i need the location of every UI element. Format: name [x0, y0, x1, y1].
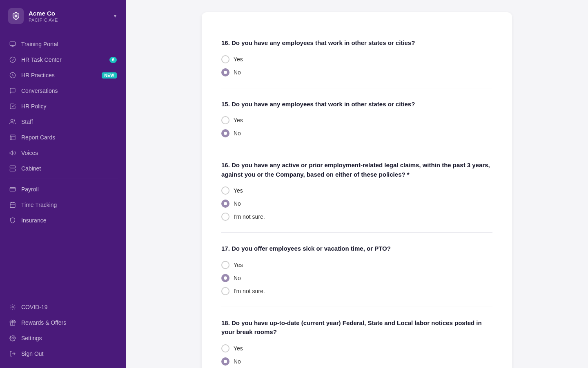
radio-15-no: [221, 129, 229, 137]
svg-point-3: [11, 119, 13, 121]
sidebar-header[interactable]: Acme Co PACIFIC AVE ▼: [0, 0, 126, 32]
question-16a-option-yes[interactable]: Yes: [221, 55, 492, 63]
main-content: 16. Do you have any employees that work …: [126, 0, 588, 368]
question-15-option-no[interactable]: No: [221, 129, 492, 137]
nav-label-hr-practices: HR Practices: [21, 72, 55, 79]
svg-rect-4: [10, 135, 15, 140]
settings-icon: [9, 334, 16, 342]
question-17-option-yes[interactable]: Yes: [221, 261, 492, 269]
question-16a-body: Do you have any employees that work in o…: [230, 39, 415, 46]
radio-15-label-no: No: [234, 130, 241, 137]
sidebar-item-staff[interactable]: Staff: [0, 114, 126, 130]
question-16b-body: Do you have any active or prior employme…: [221, 162, 490, 178]
question-15-options: Yes No: [221, 116, 492, 137]
sidebar-item-rewards-offers[interactable]: Rewards & Offers: [0, 315, 126, 330]
company-logo: [8, 8, 24, 24]
nav-label-payroll: Payroll: [21, 186, 39, 193]
radio-label-yes: Yes: [234, 56, 243, 63]
sidebar-item-cabinet[interactable]: Cabinet: [0, 161, 126, 176]
nav-label-hr-task-center: HR Task Center: [21, 56, 62, 63]
question-16a: 16. Do you have any employees that work …: [221, 27, 492, 88]
svg-point-0: [15, 15, 17, 17]
time-icon: [9, 201, 16, 209]
sidebar-item-training-portal[interactable]: Training Portal: [0, 36, 126, 52]
company-subtitle: PACIFIC AVE: [29, 18, 108, 22]
radio-16b-label-unsure: I'm not sure.: [234, 213, 265, 220]
sidebar-item-hr-practices[interactable]: HR Practices NEW: [0, 67, 126, 83]
nav-label-time-tracking: Time Tracking: [21, 202, 57, 208]
question-18-body: Do you have up-to-date (current year) Fe…: [221, 319, 482, 336]
dropdown-icon[interactable]: ▼: [113, 13, 118, 19]
nav-label-report-cards: Report Cards: [21, 134, 55, 141]
sidebar-item-insurance[interactable]: Insurance: [0, 213, 126, 228]
svg-line-20: [14, 309, 15, 309]
radio-17-unsure: [221, 287, 229, 295]
question-16a-option-no[interactable]: No: [221, 68, 492, 76]
sidebar-item-hr-task-center[interactable]: HR Task Center 6: [0, 52, 126, 67]
radio-18-no: [221, 357, 229, 366]
radio-17-label-yes: Yes: [234, 262, 243, 268]
question-17: 17. Do you offer employees sick or vacat…: [221, 233, 492, 307]
sidebar-item-voices[interactable]: Voices: [0, 145, 126, 161]
radio-16b-label-no: No: [234, 200, 241, 207]
sidebar-bottom: COVID-19 Rewards & Offers Settings Sign …: [0, 295, 126, 368]
question-16b: 16. Do you have any active or prior empl…: [221, 149, 492, 233]
sidebar-item-covid19[interactable]: COVID-19: [0, 299, 126, 315]
question-17-option-unsure[interactable]: I'm not sure.: [221, 287, 492, 295]
sidebar-item-conversations[interactable]: Conversations: [0, 83, 126, 99]
question-18: 18. Do you have up-to-date (current year…: [221, 307, 492, 368]
radio-18-label-yes: Yes: [234, 345, 243, 352]
nav-divider-1: [8, 179, 118, 179]
radio-16b-unsure: [221, 213, 229, 221]
task-center-badge: 6: [109, 57, 117, 63]
sidebar-item-sign-out[interactable]: Sign Out: [0, 346, 126, 361]
question-18-text: 18. Do you have up-to-date (current year…: [221, 319, 492, 337]
sidebar-item-hr-policy[interactable]: HR Policy: [0, 99, 126, 114]
sidebar-item-time-tracking[interactable]: Time Tracking: [0, 197, 126, 213]
signout-icon: [9, 350, 16, 357]
svg-point-14: [12, 306, 13, 308]
svg-rect-9: [10, 187, 15, 191]
question-18-option-no[interactable]: No: [221, 357, 492, 366]
question-18-options: Yes No I'm not sure.: [221, 344, 492, 368]
payroll-icon: [9, 186, 16, 193]
question-15-option-yes[interactable]: Yes: [221, 116, 492, 124]
sidebar-item-payroll[interactable]: Payroll: [0, 182, 126, 197]
rewards-icon: [9, 319, 16, 326]
cabinet-icon: [9, 165, 16, 172]
question-17-option-no[interactable]: No: [221, 274, 492, 282]
question-16a-options: Yes No: [221, 55, 492, 76]
nav-label-staff: Staff: [21, 119, 33, 125]
svg-rect-10: [10, 203, 15, 208]
radio-circle-yes: [221, 55, 229, 63]
nav-label-sign-out: Sign Out: [21, 350, 43, 357]
question-16b-text: 16. Do you have any active or prior empl…: [221, 161, 492, 179]
svg-line-19: [11, 305, 11, 305]
task-icon: [9, 56, 16, 63]
radio-16b-label-yes: Yes: [234, 187, 243, 194]
nav-label-insurance: Insurance: [21, 217, 46, 224]
sidebar-item-report-cards[interactable]: Report Cards: [0, 130, 126, 145]
svg-rect-5: [10, 166, 15, 168]
question-16b-option-no[interactable]: No: [221, 200, 492, 208]
radio-17-yes: [221, 261, 229, 269]
radio-16b-no: [221, 200, 229, 208]
svg-line-22: [14, 305, 15, 305]
training-icon: [9, 40, 16, 48]
question-16a-text: 16. Do you have any employees that work …: [221, 38, 492, 48]
question-18-option-yes[interactable]: Yes: [221, 344, 492, 352]
radio-15-yes: [221, 116, 229, 124]
question-15-body: Do you have any employees that work in o…: [230, 101, 415, 108]
sidebar-item-settings[interactable]: Settings: [0, 330, 126, 346]
nav-label-rewards-offers: Rewards & Offers: [21, 319, 66, 326]
nav-label-cabinet: Cabinet: [21, 165, 41, 172]
nav-label-training-portal: Training Portal: [21, 41, 58, 47]
report-icon: [9, 134, 16, 141]
question-16a-number: 16.: [221, 39, 230, 46]
nav-label-covid19: COVID-19: [21, 304, 48, 310]
question-16b-option-unsure[interactable]: I'm not sure.: [221, 213, 492, 221]
radio-label-no: No: [234, 69, 241, 76]
question-17-body: Do you offer employees sick or vacation …: [230, 245, 391, 252]
policy-icon: [9, 103, 16, 110]
question-16b-option-yes[interactable]: Yes: [221, 186, 492, 195]
